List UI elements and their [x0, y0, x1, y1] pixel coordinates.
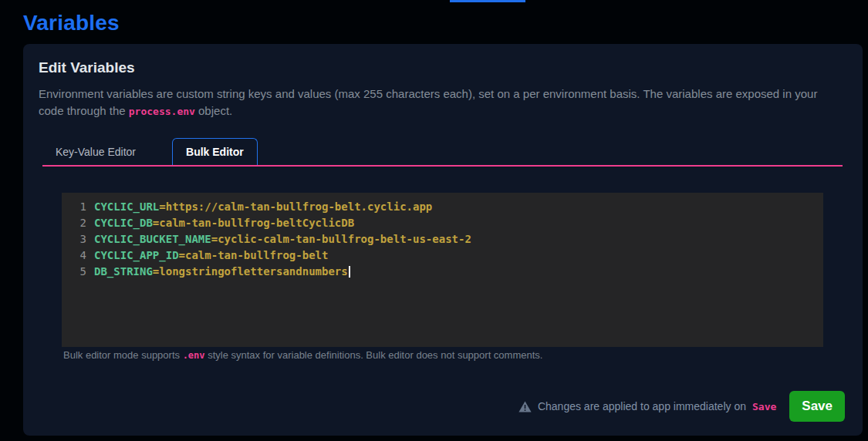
tab-key-value-editor[interactable]: Key-Value Editor: [42, 138, 149, 165]
save-button[interactable]: Save: [789, 391, 845, 422]
line-number: 1: [62, 199, 86, 215]
editor-tabs: Key-Value Editor Bulk Editor: [42, 138, 843, 167]
active-nav-tab-indicator: [450, 0, 525, 2]
line-number: 2: [62, 215, 86, 231]
env-code-token: .env: [183, 350, 205, 361]
env-var-key: CYCLIC_URL: [94, 199, 159, 215]
bulk-editor-helper-text: Bulk editor mode supports .env style syn…: [63, 349, 542, 361]
warning-icon: [518, 401, 532, 412]
bulk-editor-textarea[interactable]: 1CYCLIC_URL=https://calm-tan-bullfrog-be…: [62, 193, 823, 347]
helper-text-after: style syntax for variable definitions. B…: [205, 349, 543, 361]
env-var-value: =calm-tan-bullfrog-belt: [179, 247, 329, 264]
tab-bulk-editor[interactable]: Bulk Editor: [172, 138, 258, 165]
panel-description: Environment variables are custom string …: [39, 86, 843, 120]
env-var-value: =calm-tan-bullfrog-beltCyclicDB: [153, 215, 354, 231]
warning-text: Changes are applied to app immediately o…: [538, 400, 746, 412]
line-number: 5: [62, 264, 86, 280]
env-var-value: =cyclic-calm-tan-bullfrog-belt-us-east-2: [211, 231, 471, 247]
edit-variables-panel: Edit Variables Environment variables are…: [23, 44, 863, 436]
code-line: 5DB_STRING=longstringoflettersandnumbers: [62, 264, 823, 280]
process-env-code-token: process.env: [129, 106, 195, 117]
env-var-value: =https://calm-tan-bullfrog-belt.cyclic.a…: [159, 199, 432, 215]
description-text-after: object.: [195, 104, 232, 117]
env-var-key: DB_STRING: [94, 264, 153, 280]
panel-footer: Changes are applied to app immediately o…: [518, 389, 845, 423]
env-var-key: CYCLIC_DB: [94, 215, 153, 231]
env-var-key: CYCLIC_APP_ID: [94, 247, 179, 264]
save-warning: Changes are applied to app immediately o…: [518, 400, 776, 412]
helper-text-before: Bulk editor mode supports: [63, 349, 183, 361]
env-var-key: CYCLIC_BUCKET_NAME: [94, 231, 211, 247]
page-title: Variables: [23, 11, 120, 35]
panel-heading: Edit Variables: [39, 59, 135, 76]
code-line: 3CYCLIC_BUCKET_NAME=cyclic-calm-tan-bull…: [62, 231, 823, 247]
warning-save-code-token: Save: [752, 401, 776, 412]
line-number: 4: [62, 247, 86, 264]
code-line: 1CYCLIC_URL=https://calm-tan-bullfrog-be…: [62, 199, 823, 215]
code-line: 2CYCLIC_DB=calm-tan-bullfrog-beltCyclicD…: [62, 215, 823, 231]
code-line: 4CYCLIC_APP_ID=calm-tan-bullfrog-belt: [62, 247, 823, 264]
text-cursor: [349, 266, 350, 278]
line-number: 3: [62, 231, 86, 247]
env-var-value: =longstringoflettersandnumbers: [153, 264, 348, 280]
